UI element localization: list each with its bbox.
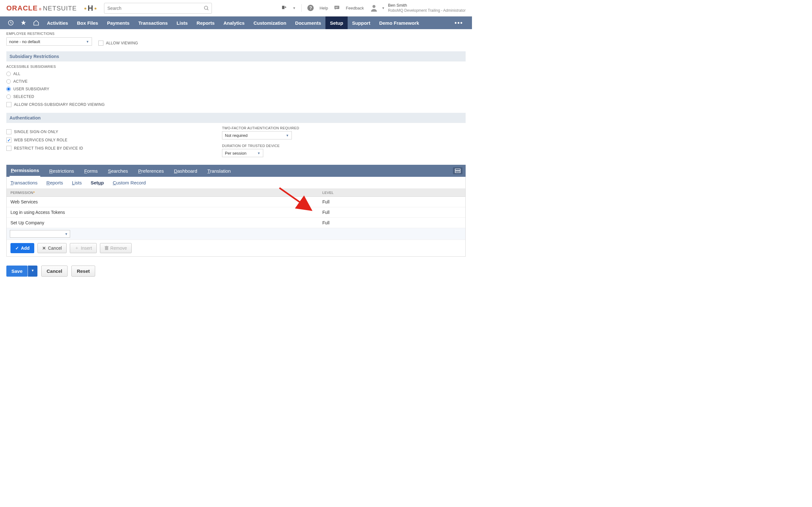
table-row[interactable]: Set Up CompanyFull bbox=[7, 218, 465, 228]
nav-lists[interactable]: Lists bbox=[172, 16, 192, 29]
search-icon[interactable] bbox=[204, 5, 209, 11]
save-button[interactable]: Save bbox=[6, 266, 28, 277]
user-name: Ben Smith bbox=[388, 3, 466, 8]
tfa-select[interactable]: Not required ▼ bbox=[222, 131, 292, 139]
table-row[interactable]: Web ServicesFull bbox=[7, 197, 465, 207]
radio-all[interactable] bbox=[6, 72, 11, 76]
nav-customization[interactable]: Customization bbox=[249, 16, 291, 29]
home-icon[interactable] bbox=[30, 16, 43, 29]
star-icon[interactable] bbox=[17, 16, 30, 29]
accessible-subsidiaries-label: ACCESSIBLE SUBSIDIARIES bbox=[6, 65, 466, 68]
chevron-down-icon: ▼ bbox=[65, 232, 68, 236]
user-menu[interactable]: ▼ Ben Smith RoboMQ Development Trailing … bbox=[369, 3, 466, 13]
feedback-icon[interactable] bbox=[334, 5, 340, 11]
feedback-label[interactable]: Feedback bbox=[346, 6, 364, 10]
allow-cross-subsidiary-label: ALLOW CROSS-SUBSIDIARY RECORD VIEWING bbox=[14, 102, 105, 107]
subtab-restrictions[interactable]: Restrictions bbox=[48, 165, 75, 177]
radio-active[interactable] bbox=[6, 79, 11, 83]
svg-rect-6 bbox=[335, 7, 339, 7]
nav-payments[interactable]: Payments bbox=[102, 16, 134, 29]
nav-demo-framework[interactable]: Demo Framework bbox=[374, 16, 423, 29]
inner-tab-setup[interactable]: Setup bbox=[91, 180, 104, 185]
sso-only-checkbox[interactable] bbox=[6, 129, 11, 134]
recent-icon[interactable] bbox=[4, 16, 17, 29]
nav-documents[interactable]: Documents bbox=[291, 16, 326, 29]
employee-restrictions-label: EMPLOYEE RESTRICTIONS bbox=[6, 32, 466, 36]
tfa-label: TWO-FACTOR AUTHENTICATION REQUIRED bbox=[222, 126, 412, 130]
web-services-only-checkbox[interactable] bbox=[6, 137, 11, 143]
main-nav: Activities Box Files Payments Transactio… bbox=[0, 16, 472, 29]
topbar-right: ▼ ? Help Feedback ▼ Ben Smith RoboMQ Dev… bbox=[281, 3, 466, 13]
cancel-row-button[interactable]: ✕Cancel bbox=[38, 243, 67, 253]
subtab-translation[interactable]: Translation bbox=[206, 165, 232, 177]
section-subsidiary-restrictions: Subsidiary Restrictions bbox=[6, 51, 466, 61]
help-icon[interactable]: ? bbox=[307, 5, 314, 11]
col-level-header: LEVEL bbox=[318, 189, 465, 197]
inner-tab-lists[interactable]: Lists bbox=[72, 180, 82, 185]
subtab-searches[interactable]: Searches bbox=[107, 165, 129, 177]
top-bar: ORACLE® NETSUITE H ▼ ? Help Feedback ▼ B… bbox=[0, 0, 472, 16]
inner-tab-reports[interactable]: Reports bbox=[46, 180, 63, 185]
restrict-device-id-checkbox[interactable] bbox=[6, 146, 11, 151]
col-permission-header: PERMISSION bbox=[10, 191, 33, 194]
subtab-view-toggle-icon[interactable] bbox=[453, 167, 462, 174]
nav-analytics[interactable]: Analytics bbox=[219, 16, 249, 29]
nav-box-files[interactable]: Box Files bbox=[72, 16, 103, 29]
svg-line-1 bbox=[207, 9, 208, 10]
row-action-buttons: ✓Add ✕Cancel ＋Insert Remove bbox=[7, 240, 465, 257]
allow-cross-subsidiary-checkbox[interactable] bbox=[6, 102, 11, 107]
perm-cell: Set Up Company bbox=[7, 218, 318, 228]
insert-button[interactable]: ＋Insert bbox=[70, 243, 97, 253]
radio-user-subsidiary[interactable] bbox=[6, 87, 11, 91]
duration-select[interactable]: Per session ▼ bbox=[222, 149, 263, 157]
nav-overflow-icon[interactable]: ••• bbox=[450, 19, 467, 26]
registered-mark: ® bbox=[39, 8, 42, 11]
subtab-preferences[interactable]: Preferences bbox=[137, 165, 165, 177]
svg-rect-4 bbox=[285, 6, 286, 8]
employee-restrictions-select[interactable]: none - no default ▼ bbox=[6, 38, 92, 46]
subtab-dashboard[interactable]: Dashboard bbox=[172, 165, 198, 177]
radio-all-label: ALL bbox=[13, 72, 20, 76]
level-cell: Full bbox=[318, 197, 465, 207]
save-dropdown-icon[interactable]: ▼ bbox=[28, 266, 38, 277]
avatar-icon bbox=[369, 3, 378, 12]
perm-cell: Log in using Access Tokens bbox=[7, 207, 318, 218]
help-label[interactable]: Help bbox=[319, 6, 328, 10]
add-button[interactable]: ✓Add bbox=[10, 243, 34, 253]
quick-add-icon[interactable] bbox=[281, 5, 287, 11]
chevron-down-icon: ▼ bbox=[86, 40, 89, 43]
subtab-forms[interactable]: Forms bbox=[83, 165, 99, 177]
oracle-text: ORACLE bbox=[6, 4, 38, 12]
nav-activities[interactable]: Activities bbox=[43, 16, 72, 29]
table-new-row[interactable]: ▼ bbox=[7, 228, 465, 240]
cancel-button[interactable]: Cancel bbox=[41, 266, 67, 277]
sso-only-label: SINGLE SIGN-ON ONLY bbox=[14, 130, 58, 134]
inner-tab-custom-record[interactable]: Custom Record bbox=[113, 180, 146, 185]
content: EMPLOYEE RESTRICTIONS none - no default … bbox=[0, 32, 472, 289]
svg-rect-5 bbox=[335, 6, 339, 9]
allow-viewing-checkbox[interactable] bbox=[98, 41, 103, 46]
nav-transactions[interactable]: Transactions bbox=[134, 16, 172, 29]
footer-buttons: Save ▼ Cancel Reset bbox=[6, 266, 466, 283]
remove-button[interactable]: Remove bbox=[100, 243, 132, 253]
chevron-down-icon: ▼ bbox=[257, 152, 260, 155]
employee-restrictions-value: none - no default bbox=[9, 39, 40, 44]
trash-icon bbox=[105, 246, 108, 250]
svg-point-0 bbox=[204, 6, 208, 9]
svg-point-8 bbox=[373, 5, 375, 8]
nav-setup[interactable]: Setup bbox=[325, 16, 348, 29]
subtab-permissions[interactable]: Permissions bbox=[9, 165, 40, 177]
perm-cell: Web Services bbox=[7, 197, 318, 207]
nav-support[interactable]: Support bbox=[348, 16, 375, 29]
inner-tab-transactions[interactable]: Transactions bbox=[10, 180, 38, 185]
table-row[interactable]: Log in using Access TokensFull bbox=[7, 207, 465, 218]
reset-button[interactable]: Reset bbox=[71, 266, 95, 277]
subtab-bar: Permissions Restrictions Forms Searches … bbox=[6, 165, 466, 177]
nav-reports[interactable]: Reports bbox=[192, 16, 219, 29]
search-input[interactable] bbox=[104, 3, 212, 14]
radio-selected[interactable] bbox=[6, 95, 11, 99]
allow-viewing-label: ALLOW VIEWING bbox=[106, 41, 138, 45]
svg-rect-2 bbox=[282, 6, 285, 9]
permission-dropdown[interactable]: ▼ bbox=[10, 230, 70, 238]
tfa-value: Not required bbox=[225, 133, 248, 138]
